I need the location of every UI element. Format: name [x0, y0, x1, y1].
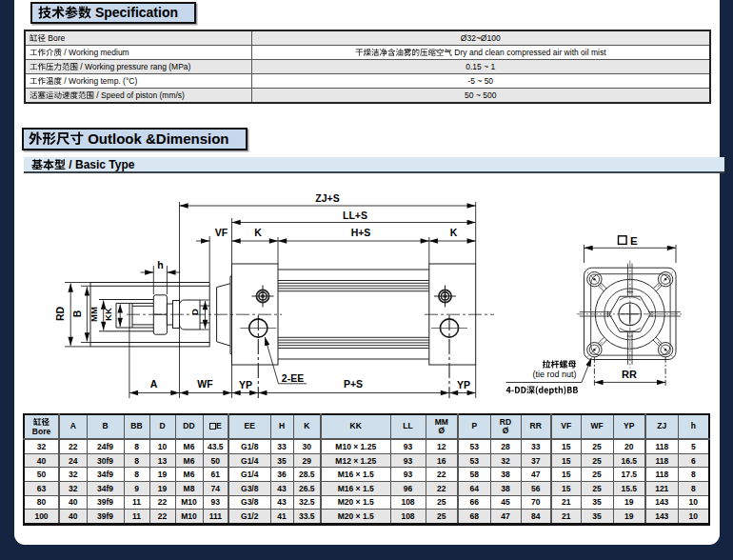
svg-text:P+S: P+S	[344, 378, 363, 390]
svg-text:ZJ+S: ZJ+S	[315, 192, 339, 204]
svg-text:RR: RR	[622, 369, 637, 380]
svg-text:KK: KK	[103, 308, 113, 321]
svg-text:K: K	[450, 227, 458, 238]
svg-text:(tie rod nut): (tie rod nut)	[532, 370, 576, 379]
svg-text:H+S: H+S	[351, 227, 371, 238]
svg-text:RD: RD	[54, 307, 66, 322]
svg-text:K: K	[254, 227, 262, 238]
svg-text:B: B	[71, 310, 83, 317]
svg-text:h: h	[157, 259, 163, 270]
svg-text:YP: YP	[457, 379, 470, 390]
svg-text:LL+S: LL+S	[343, 210, 367, 221]
svg-text:2-EE: 2-EE	[282, 372, 304, 384]
svg-text:VF: VF	[215, 227, 228, 238]
svg-text:YP: YP	[239, 379, 252, 390]
svg-text:WF: WF	[197, 378, 213, 390]
svg-text:A: A	[150, 378, 158, 390]
svg-text:D: D	[189, 309, 200, 315]
svg-text:MM: MM	[89, 307, 99, 322]
svg-text:E: E	[630, 235, 638, 247]
